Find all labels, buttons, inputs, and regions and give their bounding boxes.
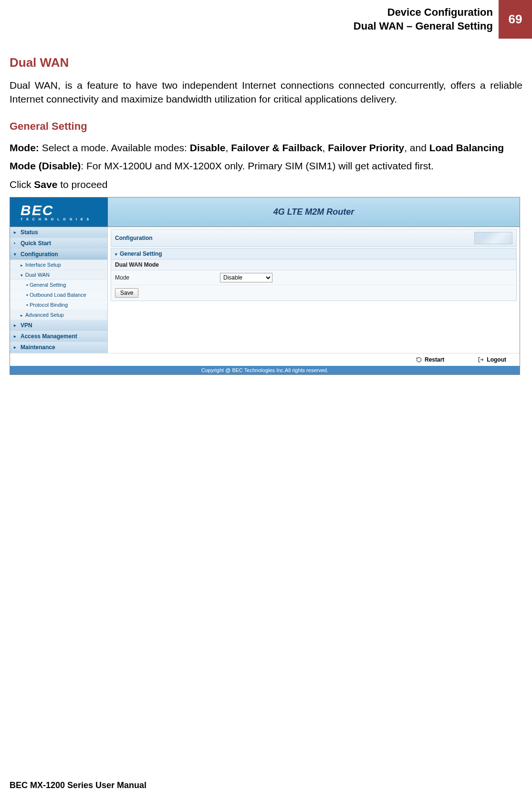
bullet-icon: • xyxy=(14,241,19,246)
sidebar-label: General Setting xyxy=(30,282,66,288)
sidebar-item-quickstart[interactable]: •Quick Start xyxy=(10,238,107,249)
sidebar-item-status[interactable]: ▸Status xyxy=(10,227,107,238)
sidebar-label: Advanced Setup xyxy=(25,312,64,318)
mode-sep2: , xyxy=(323,142,328,153)
sidebar-sub-interface-setup[interactable]: ▸Interface Setup xyxy=(10,260,107,270)
header-line2: Dual WAN – General Setting xyxy=(354,20,493,33)
router-ui-screenshot: BEC T E C H N O L O G I E S 4G LTE M2M R… xyxy=(10,197,520,375)
router-top-bar: BEC T E C H N O L O G I E S 4G LTE M2M R… xyxy=(10,197,520,227)
restart-button[interactable]: Restart xyxy=(416,356,444,363)
subsection-title: General Setting xyxy=(10,120,522,133)
router-footer-bar: Restart Logout xyxy=(10,353,520,366)
config-header-label: Configuration xyxy=(115,235,153,241)
logo-text: BEC xyxy=(21,203,53,218)
router-main: Configuration ▾General Setting Dual WAN … xyxy=(108,227,520,353)
panel-sub: Dual WAN Mode xyxy=(111,260,516,270)
intro-paragraph: Dual WAN, is a feature to have two indep… xyxy=(10,79,522,106)
sidebar-sub2-outbound[interactable]: • Outbound Load Balance xyxy=(10,290,107,300)
sidebar-label: VPN xyxy=(21,322,32,329)
panel-title-label: General Setting xyxy=(120,250,162,257)
logout-icon xyxy=(478,356,484,363)
sidebar-label: Outbound Load Balance xyxy=(30,292,86,298)
click-save-pre: Click xyxy=(10,179,34,190)
chevron-right-icon: ▸ xyxy=(14,345,19,350)
mode-select[interactable]: Disable xyxy=(220,273,272,282)
mode-opt3: Failover Priority xyxy=(328,142,404,153)
logout-label: Logout xyxy=(487,356,506,363)
router-copyright: Copyright @ BEC Technologies Inc.All rig… xyxy=(10,366,520,374)
router-title: 4G LTE M2M Router xyxy=(108,197,520,227)
sidebar-label: Quick Start xyxy=(21,240,51,247)
restart-label: Restart xyxy=(425,356,444,363)
page-footer: BEC MX-1200 Series User Manual xyxy=(10,780,146,790)
sidebar-label: Configuration xyxy=(21,251,58,258)
sidebar-sub-dual-wan[interactable]: ▾Dual WAN xyxy=(10,270,107,280)
chevron-right-icon: ▸ xyxy=(21,313,25,318)
sidebar-sub2-protocol[interactable]: • Protocol Binding xyxy=(10,300,107,310)
mode-disable-line: Mode (Disable): For MX-1200U and MX-1200… xyxy=(10,159,522,173)
mode-opt1: Disable xyxy=(190,142,226,153)
panel-title: ▾General Setting xyxy=(111,249,516,260)
logout-button[interactable]: Logout xyxy=(478,356,506,363)
mode-text1: Select a mode. Available modes: xyxy=(39,142,190,153)
sidebar-label: Access Management xyxy=(21,333,77,340)
mode-opt4: Load Balancing xyxy=(429,142,504,153)
click-save-line: Click Save to proceed xyxy=(10,178,522,191)
panel-row-mode: Mode Disable xyxy=(111,270,516,285)
row-label: Mode xyxy=(115,274,220,281)
sidebar-label: Dual WAN xyxy=(25,272,50,278)
click-save-post: to proceed xyxy=(57,179,107,190)
config-header: Configuration xyxy=(111,229,517,247)
sidebar-item-vpn[interactable]: ▸VPN xyxy=(10,320,107,331)
mode-disable-text: : For MX-1200U and MX-1200X only. Primar… xyxy=(81,160,434,171)
header-line1: Device Configuration xyxy=(354,6,493,20)
mode-sep1: , xyxy=(226,142,231,153)
save-button[interactable]: Save xyxy=(115,288,138,298)
click-save-bold: Save xyxy=(34,179,57,190)
sidebar-label: Protocol Binding xyxy=(30,302,68,308)
page-header: Device Configuration Dual WAN – General … xyxy=(0,0,532,39)
sidebar-item-access[interactable]: ▸Access Management xyxy=(10,331,107,342)
mode-disable-label: Mode (Disable) xyxy=(10,160,81,171)
sidebar-label: Interface Setup xyxy=(25,262,61,268)
page-number: 69 xyxy=(499,0,532,39)
chevron-down-icon: ▾ xyxy=(115,252,120,257)
chevron-right-icon: ▸ xyxy=(14,334,19,339)
sidebar-label: Maintenance xyxy=(21,344,55,351)
router-device-image xyxy=(474,232,512,244)
logo-subtext: T E C H N O L O G I E S xyxy=(21,218,90,221)
chevron-right-icon: ▸ xyxy=(14,323,19,328)
router-sidebar: ▸Status •Quick Start ▾Configuration ▸Int… xyxy=(10,227,108,353)
header-text: Device Configuration Dual WAN – General … xyxy=(354,0,499,39)
section-title: Dual WAN xyxy=(10,55,522,70)
router-body: ▸Status •Quick Start ▾Configuration ▸Int… xyxy=(10,227,520,353)
router-logo: BEC T E C H N O L O G I E S xyxy=(10,197,108,227)
panel-general-setting: ▾General Setting Dual WAN Mode Mode Disa… xyxy=(111,248,517,301)
sidebar-label: Status xyxy=(21,229,38,236)
chevron-down-icon: ▾ xyxy=(21,273,25,278)
mode-sep3: , and xyxy=(404,142,429,153)
chevron-right-icon: ▸ xyxy=(21,263,25,268)
restart-icon xyxy=(416,356,422,363)
chevron-right-icon: ▸ xyxy=(14,230,19,235)
sidebar-item-maintenance[interactable]: ▸Maintenance xyxy=(10,342,107,353)
mode-line: Mode: Select a mode. Available modes: Di… xyxy=(10,141,522,155)
sidebar-sub2-general-setting[interactable]: • General Setting xyxy=(10,280,107,290)
panel-button-row: Save xyxy=(111,285,516,301)
sidebar-sub-advanced[interactable]: ▸Advanced Setup xyxy=(10,310,107,320)
sidebar-item-configuration[interactable]: ▾Configuration xyxy=(10,249,107,260)
mode-label: Mode: xyxy=(10,142,39,153)
chevron-down-icon: ▾ xyxy=(14,252,19,257)
mode-opt2: Failover & Failback xyxy=(231,142,322,153)
